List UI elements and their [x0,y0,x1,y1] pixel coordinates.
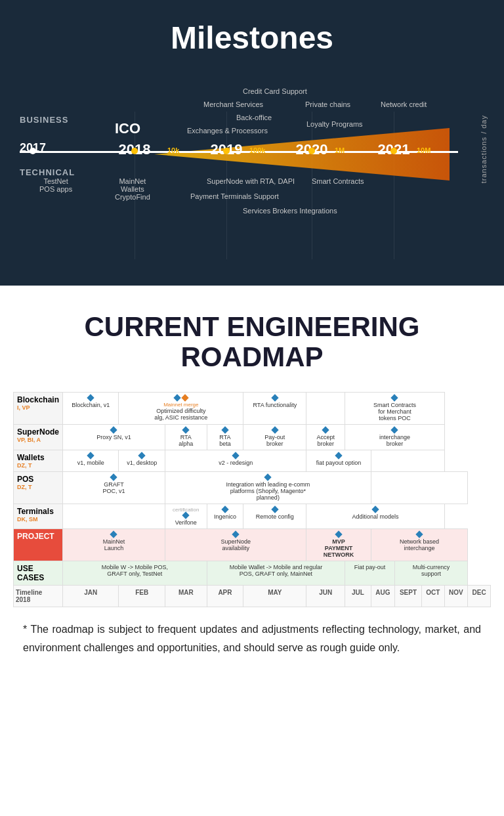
diamond-icon [322,427,329,434]
cell-terminals-1: certification Verifone [165,504,207,529]
diamond-orange-icon [181,395,188,402]
row-name-usecases: USE CASES [17,564,59,582]
diamond-container: Remote config [247,507,303,520]
diamond-container: Integration with leading e-commplatforms… [169,475,368,501]
cell-wallets-5 [371,450,444,472]
cell-usecases-3: Fiat pay-out [345,561,395,586]
month-nov: NOV [444,586,467,607]
row-name-project: PROJECT [17,532,59,541]
cell-blockchain-4 [306,393,345,425]
month-may: MAY [243,586,306,607]
row-name-supernode: SuperNode [17,427,59,437]
milestones-section: Milestones BUSINESS TECHNICAL ICO Credit… [0,0,504,286]
diamond-icon [271,506,278,513]
month-sept: SEPT [394,586,421,607]
row-header-usecases: USE CASES [14,561,63,586]
diamond-container: v1, desktop [122,453,161,466]
diamond-container: v2 - redesign [169,453,303,466]
diamond-container: GRAFTPOC, v1 [66,475,161,494]
cell-usecases-1: Mobile W -> Mobile POS,GRAFT only, TestN… [63,561,207,586]
row-sub-wallets: DZ, T [17,462,59,469]
tech-testnet: TestNetPOS apps [39,177,72,193]
cell-blockchain-5: Smart Contractsfor Merchanttokens POC [345,393,444,425]
cell-terminals-empty [63,504,165,529]
diamond-icon [391,395,398,402]
row-header-terminals: Terminals DK, SM [14,504,63,529]
tech-payment-terminals: Payment Terminals Support [190,192,279,200]
roadmap-section: CURRENT ENGINEERINGROADMAP Blockchain I,… [0,286,504,683]
month-dec: DEC [468,586,491,607]
row-header-project: PROJECT [14,529,63,561]
row-sub-supernode: VP, BI, A [17,437,59,443]
row-name-blockchain: Blockchain [17,395,59,404]
scale-1m: 1M [335,146,345,154]
row-sub-terminals: DK, SM [17,516,59,523]
cell-supernode-2: RTAalpha [165,425,207,450]
month-aug: AUG [371,586,394,607]
diamond-icon [232,452,239,460]
diamond-icon [232,531,239,538]
diamond-icon [110,531,117,538]
diamond-icon [335,531,342,538]
cell-terminals-4: Additional models [306,504,444,529]
scale-10m: 10M [417,146,430,154]
cell-pos-3 [371,472,467,504]
diamond-container: Proxy SN, v1 [66,427,161,440]
technical-label: TECHNICAL [20,167,75,177]
diamond-icon [182,427,190,434]
table-row-pos: POS DZ, T GRAFTPOC, v1 Integration with … [14,472,491,504]
cell-wallets-2: v1, desktop [119,450,165,472]
milestone-private-chains: Private chains [305,100,350,108]
cell-project-3: MVPPAYMENTNETWORK [306,529,371,561]
row-name-wallets: Wallets [17,453,59,462]
milestone-exchanges: Exchanges & Processors [187,127,268,135]
diamond-container: Acceptbroker [310,427,341,447]
diamond-container: Network basedinterchange [375,532,464,551]
table-row-blockchain: Blockchain I, VP Blockchain, v1 Mainnet … [14,393,491,425]
cell-project-2: SuperNodeavailability [165,529,306,561]
dot-2017 [30,148,36,154]
cell-supernode-3: RTAbeta [207,425,243,450]
scale-10k: 10k [167,146,179,154]
diamond-container: SuperNodeavailability [169,532,303,551]
diamond-container: Ingenico [211,507,240,520]
disclaimer: * The roadmap is subject to frequent upd… [13,607,491,669]
diamond-icon [87,452,94,460]
diamond-icon [87,395,94,402]
row-name-terminals: Terminals [17,507,59,516]
cell-pos-1: GRAFTPOC, v1 [63,472,165,504]
diamond-container: Blockchain, v1 [66,395,115,408]
diamond-container: interchangebroker [348,427,440,447]
vline-2020 [312,112,312,259]
diamond-container: RTA functionality [247,395,303,408]
tech-smart-contracts: Smart Contracts [312,177,364,185]
month-jul: JUL [345,586,371,607]
cell-project-1: MainNetLaunch [63,529,165,561]
diamond-icon [110,474,117,481]
diamond-icon [221,506,228,513]
month-oct: OCT [421,586,444,607]
table-row-usecases: USE CASES Mobile W -> Mobile POS,GRAFT o… [14,561,491,586]
month-mar: MAR [165,586,207,607]
table-row-wallets: Wallets DZ, T v1, mobile v1, desktop v2 … [14,450,491,472]
diamond-icon [335,452,342,460]
diamond-container: certification Verifone [169,507,203,526]
transactions-label: transactions / day [480,115,488,183]
cell-supernode-5: Acceptbroker [306,425,345,450]
row-header-blockchain: Blockchain I, VP [14,393,63,425]
timeline-container: BUSINESS TECHNICAL ICO Credit Card Suppo… [13,75,491,259]
month-apr: APR [207,586,243,607]
milestone-backoffice: Back-office [236,114,272,121]
cell-supernode-6: interchangebroker [345,425,444,450]
cell-project-4: Network basedinterchange [371,529,467,561]
diamond-container: Pay-outbroker [247,427,303,447]
row-name-pos: POS [17,475,59,484]
month-jun: JUN [306,586,345,607]
dot-2020 [308,148,315,154]
scale-100k: 100k [249,146,265,154]
cell-usecases-4: Multi-currencysupport [394,561,467,586]
cell-blockchain-2: Mainnet merge Optimized difficultyalg, A… [119,393,243,425]
tech-services-brokers: Services Brokers Integrations [243,207,337,215]
row-header-supernode: SuperNode VP, BI, A [14,425,63,450]
row-header-pos: POS DZ, T [14,472,63,504]
